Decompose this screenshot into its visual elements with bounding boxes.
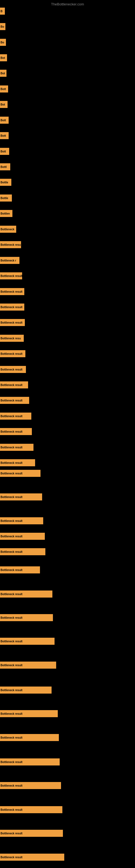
bar-item: Bottleneck result (0, 614, 53, 621)
bar-label: Bottleneck result (0, 614, 53, 621)
bar-item: Bottleneck result (0, 412, 31, 420)
bar-label: Bottleneck result (0, 459, 35, 466)
bar-label: Bottleneck (0, 226, 16, 233)
bar-item: B (0, 8, 5, 14)
bar-item: Bottleneck resu (0, 241, 21, 248)
bar-label: Bottleneck result (0, 517, 43, 524)
bar-item: Bo (0, 23, 5, 30)
bar-item: Bottleneck result (0, 638, 54, 645)
bar-label: Bottleneck result (0, 686, 52, 693)
bar-label: Bottleneck result (0, 412, 31, 420)
bar-label: Bottleneck result (0, 758, 60, 766)
bar-item: Bottleneck result (0, 517, 43, 524)
bar-item: Bottleneck result (0, 381, 28, 389)
bar-label: Bo (0, 23, 5, 30)
bar-label: Bottleneck result (0, 661, 56, 669)
bar-item: Bottleneck result (0, 493, 42, 500)
bar-item: Bott (0, 132, 9, 139)
bar-item: Bottle (0, 179, 11, 186)
bar-label: Bottleneck result (0, 272, 22, 279)
bar-item: Bottleneck result (0, 304, 24, 311)
bar-label: Bottleneck result (0, 304, 24, 311)
bar-label: Bo (0, 39, 6, 46)
bar-item: Bot (0, 54, 7, 61)
bar-item: Bottleneck result (0, 854, 64, 861)
bar-item: Bottleneck result (0, 366, 26, 373)
bar-item: Bo (0, 39, 6, 46)
bar-label: Bottleneck resu (0, 335, 24, 342)
bar-label: Bott (0, 132, 9, 139)
bar-item: Bottleneck result (0, 533, 45, 540)
bar-label: Bottleneck result (0, 350, 26, 357)
bar-item: Bottleneck result (0, 319, 25, 326)
bar-label: Bottl (0, 163, 10, 170)
bar-item: Bottleneck result (0, 661, 56, 669)
bar-label: Bot (0, 101, 8, 108)
bar-label: Bot (0, 54, 7, 61)
bar-item: Bot (0, 101, 8, 108)
bar-label: Bottleneck result (0, 566, 40, 574)
bar-item: Bottleneck result (0, 710, 58, 717)
bar-item: Bottleneck result (0, 272, 22, 279)
bar-label: Bottleneck result (0, 397, 29, 404)
bar-label: Bott (0, 86, 8, 93)
bar-label: Bott (0, 117, 9, 124)
bar-label: Bottleneck result (0, 288, 24, 295)
bar-label: Bottleneck result (0, 806, 62, 813)
bar-item: Bott (0, 148, 9, 155)
bar-item: Bottleneck result (0, 397, 29, 404)
bar-label: Bottlen (0, 210, 12, 217)
bar-item: Bottle (0, 194, 12, 202)
bar-item: Bot (0, 70, 6, 77)
bar-item: Bottleneck result (0, 350, 26, 357)
bar-label: Bottleneck result (0, 548, 45, 555)
bar-item: Bottleneck result (0, 590, 52, 597)
bar-label: Bottleneck result (0, 381, 28, 389)
bar-label: Bottleneck result (0, 319, 25, 326)
bar-label: Bottleneck result (0, 470, 41, 477)
bar-label: Bottleneck result (0, 444, 34, 451)
bar-label: Bottle (0, 194, 12, 202)
bar-label: Bottleneck result (0, 782, 61, 789)
bar-item: Bottlen (0, 210, 12, 217)
bar-label: B (0, 8, 5, 14)
bar-item: Bottleneck result (0, 782, 61, 789)
bar-item: Bottleneck resu (0, 335, 24, 342)
bar-item: Bottleneck result (0, 830, 63, 837)
bar-item: Bott (0, 86, 8, 93)
bar-item: Bottleneck result (0, 686, 52, 693)
bar-item: Bottleneck result (0, 444, 34, 451)
bar-item: Bottleneck result (0, 548, 45, 555)
bar-label: Bottleneck result (0, 854, 64, 861)
bar-label: Bottleneck result (0, 638, 54, 645)
bar-item: Bottleneck result (0, 428, 32, 435)
bar-label: Bottleneck result (0, 533, 45, 540)
bar-label: Bottle (0, 179, 11, 186)
bar-item: Bottleneck result (0, 459, 35, 466)
bar-item: Bottleneck result (0, 470, 41, 477)
bar-label: Bottleneck resu (0, 241, 21, 248)
bar-label: Bottleneck r (0, 257, 19, 264)
bar-item: Bottleneck result (0, 806, 62, 813)
bar-label: Bott (0, 148, 9, 155)
bar-label: Bottleneck result (0, 366, 26, 373)
bar-item: Bottleneck result (0, 566, 40, 574)
bar-item: Bottleneck result (0, 288, 24, 295)
site-title: TheBottlenecker.com (0, 0, 135, 7)
bar-item: Bottleneck result (0, 758, 60, 766)
bar-label: Bottleneck result (0, 493, 42, 500)
bar-label: Bottleneck result (0, 710, 58, 717)
bar-item: Bott (0, 117, 9, 124)
bar-item: Bottleneck result (0, 734, 59, 741)
bar-label: Bottleneck result (0, 734, 59, 741)
bar-item: Bottleneck (0, 226, 16, 233)
bar-item: Bottl (0, 163, 10, 170)
bar-label: Bottleneck result (0, 830, 63, 837)
bar-item: Bottleneck r (0, 257, 19, 264)
bar-label: Bot (0, 70, 6, 77)
bar-label: Bottleneck result (0, 428, 32, 435)
bar-label: Bottleneck result (0, 590, 52, 597)
